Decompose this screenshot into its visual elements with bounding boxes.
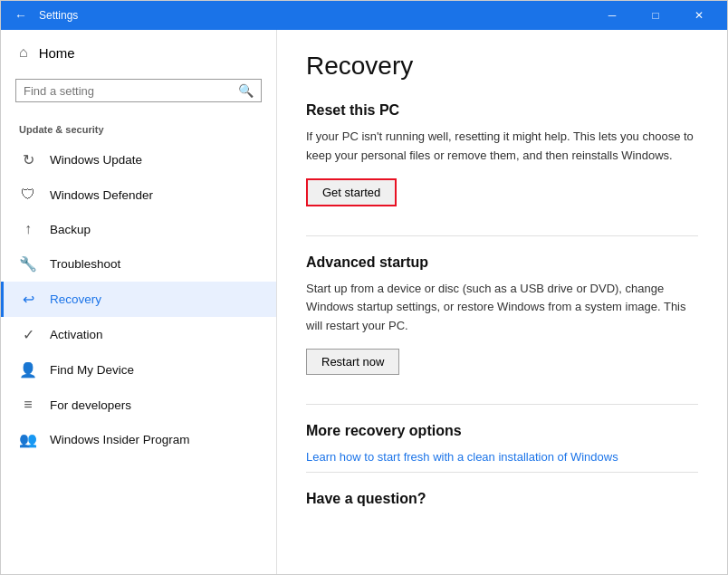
windows-insider-icon: 👥 [19,431,37,448]
for-developers-icon: ≡ [19,397,37,413]
sidebar-item-windows-defender[interactable]: 🛡 Windows Defender [1,177,276,212]
sidebar: ⌂ Home 🔍 Update & security ↻ Windows Upd… [1,30,277,574]
search-input[interactable] [24,84,238,98]
home-icon: ⌂ [19,44,28,61]
more-recovery-section: More recovery options Learn how to start… [306,423,698,465]
have-question-title: Have a question? [306,491,698,507]
advanced-startup-desc: Start up from a device or disc (such as … [306,280,698,336]
home-label: Home [39,45,75,61]
activation-icon: ✓ [19,326,37,343]
sidebar-item-label: Windows Update [50,153,142,167]
sidebar-item-home[interactable]: ⌂ Home [1,30,276,75]
sidebar-item-windows-update[interactable]: ↻ Windows Update [1,142,276,177]
maximize-button[interactable]: □ [635,1,676,30]
main-content: Recovery Reset this PC If your PC isn't … [277,30,727,574]
sidebar-item-label: For developers [50,398,131,412]
sidebar-item-windows-insider[interactable]: 👥 Windows Insider Program [1,422,276,457]
clean-install-link[interactable]: Learn how to start fresh with a clean in… [306,450,618,464]
windows-defender-icon: 🛡 [19,187,37,203]
get-started-button[interactable]: Get started [306,178,397,206]
recovery-icon: ↩ [19,291,37,308]
sidebar-item-recovery[interactable]: ↩ Recovery [1,282,276,317]
divider-2 [306,404,698,405]
sidebar-item-label: Find My Device [50,363,134,377]
content-area: ⌂ Home 🔍 Update & security ↻ Windows Upd… [1,30,727,574]
reset-pc-title: Reset this PC [306,102,698,119]
settings-window: ← Settings ─ □ ✕ ⌂ Home 🔍 Update & secur… [0,0,728,575]
sidebar-item-find-my-device[interactable]: 👤 Find My Device [1,352,276,388]
more-recovery-title: More recovery options [306,423,698,439]
sidebar-item-backup[interactable]: ↑ Backup [1,212,276,246]
titlebar: ← Settings ─ □ ✕ [1,1,727,30]
windows-update-icon: ↻ [19,151,37,168]
sidebar-item-label: Backup [50,223,91,236]
advanced-startup-section: Advanced startup Start up from a device … [306,254,698,397]
search-icon: 🔍 [238,83,254,98]
window-controls: ─ □ ✕ [591,1,720,30]
divider-3 [306,472,698,473]
minimize-button[interactable]: ─ [591,1,633,30]
have-question-section: Have a question? [306,491,698,507]
divider-1 [306,235,698,236]
backup-icon: ↑ [19,221,37,237]
sidebar-item-label: Activation [50,328,103,341]
sidebar-section-label: Update & security [1,117,276,142]
search-box[interactable]: 🔍 [15,79,262,102]
sidebar-item-label: Windows Defender [50,188,153,202]
window-title: Settings [39,9,591,22]
advanced-startup-title: Advanced startup [306,254,698,271]
sidebar-item-activation[interactable]: ✓ Activation [1,317,276,352]
reset-pc-desc: If your PC isn't running well, resetting… [306,128,698,166]
page-title: Recovery [306,52,698,81]
sidebar-item-label: Windows Insider Program [50,433,190,446]
find-my-device-icon: 👤 [19,361,37,379]
sidebar-item-label: Troubleshoot [50,257,120,271]
troubleshoot-icon: 🔧 [19,255,37,273]
sidebar-item-troubleshoot[interactable]: 🔧 Troubleshoot [1,246,276,282]
close-button[interactable]: ✕ [678,1,720,30]
back-button[interactable]: ← [8,3,34,28]
sidebar-item-for-developers[interactable]: ≡ For developers [1,388,276,422]
restart-now-button[interactable]: Restart now [306,349,399,375]
sidebar-item-label: Recovery [50,292,101,306]
reset-pc-section: Reset this PC If your PC isn't running w… [306,102,698,228]
